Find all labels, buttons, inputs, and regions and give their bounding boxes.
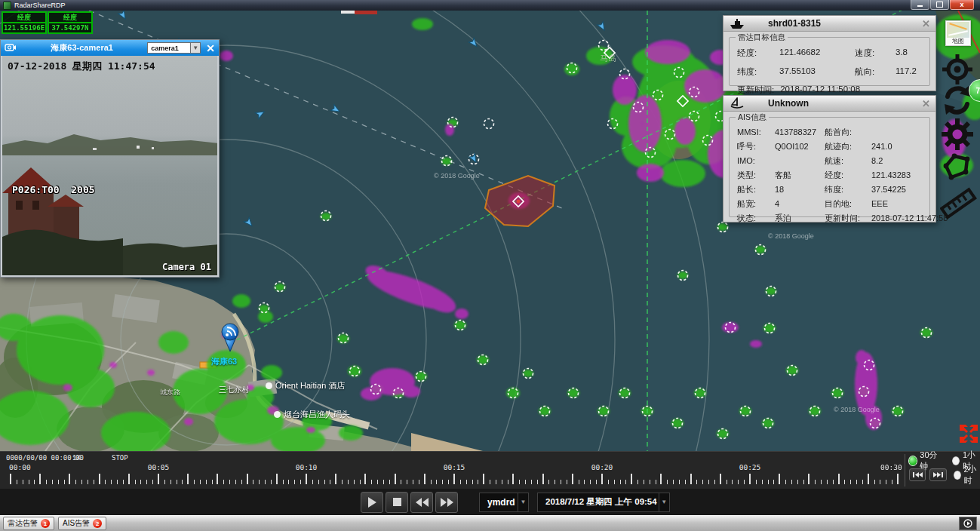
fullscreen-button[interactable] [959, 424, 978, 444]
timeline-tick-label: 00:25 [739, 463, 761, 471]
radar-update-value: 2018-07-12 11:50:08 [780, 84, 860, 96]
chevron-down-icon[interactable]: ▼ [518, 493, 528, 511]
field-value: 2018-07-12 11:47:58 [871, 213, 948, 227]
radar-echo-blob [232, 294, 250, 308]
timeline-tick-label: 00:00 [9, 463, 31, 471]
radar-echo-blob [445, 124, 454, 136]
timeline-tick [690, 474, 692, 484]
timeline-tick [880, 480, 880, 484]
timeline-tick [685, 480, 686, 484]
radar-panel-close-icon[interactable]: ✕ [922, 19, 930, 29]
radar-panel-title: shrd01-8315 [768, 18, 821, 29]
timeline-tick [217, 474, 218, 484]
field-label: 状态: [737, 213, 775, 227]
map-layer-button[interactable]: 地图 [945, 20, 971, 46]
draw-zone-button[interactable] [940, 151, 975, 183]
radio-2hour[interactable]: 2小时 [954, 464, 980, 486]
timeline-tick [756, 480, 757, 484]
timeline-ruler[interactable] [0, 473, 905, 486]
camera-scene [2, 56, 217, 275]
timeline-tick [371, 480, 372, 484]
timeline-tick [395, 474, 396, 484]
field-label: 航向: [855, 66, 896, 78]
skip-to-end-button[interactable] [929, 468, 946, 481]
rewind-button[interactable] [410, 492, 433, 513]
timeline-tick [519, 480, 520, 484]
ais-panel-titlebar[interactable]: Unknown ✕ [723, 96, 935, 112]
field-value: Q0OI102 [775, 141, 809, 155]
ais-field-row: 船长:18 [737, 184, 825, 198]
datetime-select-value: 2018/7/12 星期四 上午 09:54 [545, 496, 657, 508]
timeline-tick [472, 480, 473, 484]
datetime-select[interactable]: 2018/7/12 星期四 上午 09:54 ▼ [537, 493, 670, 512]
field-label: IMO: [737, 155, 775, 170]
locate-button[interactable] [940, 53, 975, 83]
timeline-tick [23, 480, 23, 484]
window-titlebar[interactable]: RadarShareRDP [0, 0, 980, 11]
timeline-tick [490, 480, 490, 484]
timeline-tick [283, 480, 284, 484]
radar-echo-blob [586, 47, 613, 65]
timeline-tick [466, 480, 467, 484]
maximize-button[interactable] [930, 0, 949, 10]
timeline-tick [354, 480, 355, 484]
radar-echo-blob [856, 350, 868, 365]
chevron-down-icon[interactable]: ▼ [191, 42, 201, 54]
radar-target-panel: shrd01-8315 ✕ 雷达目标信息 经度:121.46682速度:3.8纬… [723, 15, 936, 91]
window-close-button[interactable]: x [950, 0, 974, 10]
timeline-tick [779, 474, 780, 484]
skip-start-icon [912, 471, 923, 478]
skip-to-start-button[interactable] [909, 468, 926, 481]
selected-target-dot [517, 200, 521, 204]
timeline-tick [152, 480, 153, 484]
camera-select[interactable]: camera1 [147, 42, 191, 54]
ais-field-row: 航迹向:241.0 [825, 141, 948, 155]
camera-window: 海康63-camera1 camera1 ▼ ✕ 0 [0, 39, 220, 278]
timeline-tick [614, 480, 615, 484]
ais-panel-close-icon[interactable]: ✕ [922, 99, 930, 109]
camera-osd-name: Camera 01 [162, 262, 211, 272]
ais-field-row: MMSI:413788327 [737, 127, 825, 141]
field-label: 呼号: [737, 141, 775, 155]
field-value: 121.46682 [779, 48, 855, 59]
timeline-tick [625, 480, 626, 484]
map-canvas[interactable]: 马岛海康63Orient Haitian 酒店烟台海昌渔人码头城东路三七亦村 ©… [0, 11, 980, 451]
timeline-tick [762, 480, 763, 484]
camera-close-icon[interactable]: ✕ [206, 43, 215, 54]
timeline-tick [123, 480, 124, 484]
minimize-button[interactable] [911, 0, 929, 10]
ais-alarm-button[interactable]: AIS告警 2 [58, 517, 106, 530]
radar-echo-blob [220, 51, 233, 61]
radar-panel-titlebar[interactable]: shrd01-8315 ✕ [723, 16, 935, 32]
coordinate-readout: 经度 121.55196E 经度 37.54297N [2, 11, 93, 34]
longitude-label: 经度 [3, 13, 45, 23]
field-value: 121.43283 [871, 170, 911, 184]
ais-field-row: 船宽:4 [737, 198, 825, 213]
media-button[interactable] [959, 517, 977, 530]
mode-select[interactable]: ymdrd ▼ [479, 493, 529, 512]
timeline-tick [241, 480, 242, 484]
polygon-icon [940, 151, 975, 183]
radar-echo-blob [628, 95, 662, 152]
play-icon [368, 497, 376, 508]
play-button[interactable] [361, 492, 383, 513]
measure-button[interactable] [940, 185, 975, 221]
radar-echo-blob [147, 370, 155, 376]
radio-dot-30min[interactable] [909, 456, 917, 465]
field-label: 类型: [737, 170, 775, 184]
settings-button[interactable] [940, 118, 975, 150]
radio-dot-2hour[interactable] [954, 471, 961, 480]
timeline-tick [525, 480, 526, 484]
stop-button[interactable] [386, 492, 408, 513]
chevron-down-icon[interactable]: ▼ [659, 493, 669, 511]
timeline-tick [276, 474, 278, 484]
camera-titlebar[interactable]: 海康63-camera1 camera1 ▼ ✕ [1, 40, 219, 56]
timeline-tick [531, 480, 532, 484]
radar-alarm-button[interactable]: 雷达告警 1 [3, 517, 54, 530]
field-label: MMSI: [737, 127, 775, 141]
timeline-tick [791, 480, 792, 484]
radar-echo-blob [455, 308, 468, 319]
fullscreen-expand-icon [959, 424, 978, 444]
timeline-tick [738, 480, 739, 484]
fast-forward-button[interactable] [435, 492, 458, 513]
